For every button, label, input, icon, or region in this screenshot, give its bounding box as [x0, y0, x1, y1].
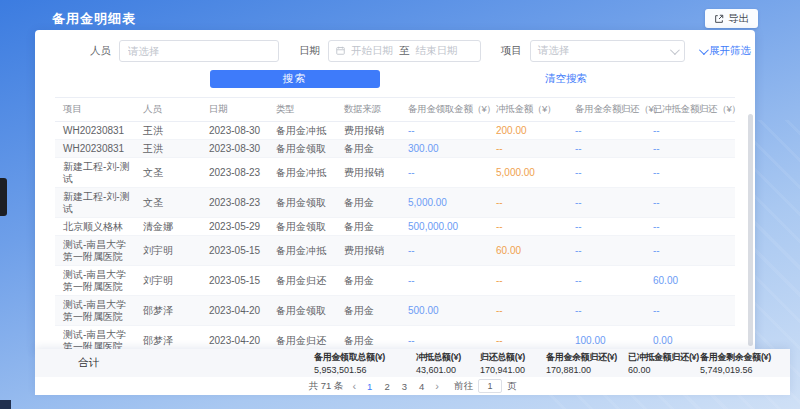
cell-project: 测试-南昌大学第一附属医院: [55, 296, 135, 326]
date-separator: 至: [399, 44, 410, 58]
summary-item-label: 已冲抵金额归还(¥): [628, 351, 700, 364]
cell-project: 测试-南昌大学第一附属医院: [55, 236, 135, 266]
column-header: 项目: [55, 98, 135, 122]
date-filter-label: 日期: [299, 44, 320, 58]
summary-item: 备用金余额归还(¥)170,881.00: [546, 351, 628, 375]
cell-source: 费用报销: [336, 158, 400, 188]
cell-type: 备用金归还: [268, 326, 336, 351]
cell-person: 王洪: [135, 140, 201, 158]
cell-received: --: [400, 326, 488, 351]
cell-person: 邵梦泽: [135, 326, 201, 351]
page-number-4[interactable]: 4: [417, 381, 426, 392]
clear-search-link[interactable]: 清空搜索: [545, 72, 587, 86]
cell-type: 备用金冲抵: [268, 122, 336, 140]
cell-source: 备用金: [336, 326, 400, 351]
cell-offset: 5,000.00: [488, 158, 567, 188]
cell-project: WH20230831: [55, 122, 135, 140]
expand-filters-link[interactable]: 展开筛选: [699, 44, 751, 58]
cell-person: 邵梦泽: [135, 296, 201, 326]
cell-balance-return: 100.00: [567, 326, 645, 351]
side-drawer-handle[interactable]: [0, 178, 7, 216]
cell-date: 2023-04-20: [201, 296, 268, 326]
totals-label: 合计: [78, 356, 314, 370]
cell-type: 备用金归还: [268, 266, 336, 296]
summary-item: 备用金领取总额(¥)5,953,501.56: [314, 351, 416, 375]
table-header-row: 项目人员日期类型数据来源备用金领取金额（¥）冲抵金额（¥）备用金余额归还（¥）已…: [55, 98, 735, 122]
goto-page-input[interactable]: [478, 379, 502, 393]
cell-type: 备用金领取: [268, 140, 336, 158]
summary-item-value: 170,881.00: [546, 365, 628, 375]
project-select[interactable]: 请选择: [530, 40, 685, 62]
page-number-2[interactable]: 2: [382, 381, 391, 392]
goto-page-control: 前往 页: [454, 379, 517, 393]
column-header: 冲抵金额（¥）: [488, 98, 567, 122]
cell-source: 备用金: [336, 266, 400, 296]
cell-type: 备用金冲抵: [268, 236, 336, 266]
cell-source: 备用金: [336, 296, 400, 326]
cell-source: 备用金: [336, 140, 400, 158]
person-select[interactable]: [119, 40, 279, 62]
table-header: 项目人员日期类型数据来源备用金领取金额（¥）冲抵金额（¥）备用金余额归还（¥）已…: [55, 98, 735, 122]
cell-offset: 60.00: [488, 236, 567, 266]
cell-project: 新建工程-刘-测试: [55, 158, 135, 188]
cell-balance-return: --: [567, 188, 645, 218]
cell-balance-return: --: [567, 122, 645, 140]
cell-date: 2023-08-30: [201, 122, 268, 140]
cell-offset-return: --: [645, 188, 735, 218]
summary-item: 备用金剩余金额(¥)5,749,019.56: [700, 351, 780, 375]
table-row: 测试-南昌大学第一附属医院刘宇明2023-05-15备用金冲抵费用报销--60.…: [55, 236, 735, 266]
person-select-input[interactable]: [128, 45, 270, 57]
cell-offset-return: --: [645, 236, 735, 266]
summary-item-value: 5,749,019.56: [700, 365, 780, 375]
cell-type: 备用金领取: [268, 296, 336, 326]
cell-received: 5,000.00: [400, 188, 488, 218]
cell-person: 文圣: [135, 158, 201, 188]
table-row: WH20230831王洪2023-08-30备用金领取备用金300.00----…: [55, 140, 735, 158]
table-row: WH20230831王洪2023-08-30备用金冲抵费用报销--200.00-…: [55, 122, 735, 140]
cell-offset: --: [488, 296, 567, 326]
summary-item-label: 归还总额(¥): [480, 351, 546, 364]
column-header: 数据来源: [336, 98, 400, 122]
cell-received: --: [400, 158, 488, 188]
cell-type: 备用金领取: [268, 188, 336, 218]
cell-project: WH20230831: [55, 140, 135, 158]
cell-project: 测试-南昌大学第一附属医院: [55, 266, 135, 296]
pagination-total: 共 71 条: [309, 380, 344, 393]
expand-chevron-icon: [699, 45, 709, 55]
date-start-placeholder: 开始日期: [351, 44, 393, 58]
summary-item-label: 备用金剩余金额(¥): [700, 351, 780, 364]
table-row: 测试-南昌大学第一附属医院邵梦泽2023-04-20备用金归还备用金----10…: [55, 326, 735, 351]
cell-offset-return: --: [645, 122, 735, 140]
cell-date: 2023-05-15: [201, 236, 268, 266]
cell-date: 2023-08-30: [201, 140, 268, 158]
cell-date: 2023-05-15: [201, 266, 268, 296]
cell-project: 新建工程-刘-测试: [55, 188, 135, 218]
summary-item: 已冲抵金额归还(¥)60.00: [628, 351, 700, 375]
date-end-placeholder: 结束日期: [416, 44, 458, 58]
summary-bar: 合计 备用金领取总额(¥)5,953,501.56冲抵总额(¥)43,601.0…: [35, 349, 790, 395]
cell-source: 费用报销: [336, 236, 400, 266]
cell-balance-return: --: [567, 296, 645, 326]
next-page-button[interactable]: ›: [435, 381, 439, 392]
totals-row: 合计 备用金领取总额(¥)5,953,501.56冲抵总额(¥)43,601.0…: [35, 349, 790, 377]
page-number-1[interactable]: 1: [365, 381, 374, 392]
search-button[interactable]: 搜索: [210, 70, 380, 88]
vertical-scrollbar[interactable]: [748, 114, 753, 346]
calendar-icon: [336, 45, 345, 57]
cell-project: 测试-南昌大学第一附属医院: [55, 326, 135, 351]
summary-item: 冲抵总额(¥)43,601.00: [416, 351, 480, 375]
corner-decoration: [0, 400, 11, 409]
table-row: 测试-南昌大学第一附属医院邵梦泽2023-04-20备用金领取备用金500.00…: [55, 296, 735, 326]
summary-items: 备用金领取总额(¥)5,953,501.56冲抵总额(¥)43,601.00归还…: [314, 351, 780, 375]
column-header: 人员: [135, 98, 201, 122]
prev-page-button[interactable]: ‹: [352, 381, 356, 392]
cell-balance-return: --: [567, 236, 645, 266]
cell-received: --: [400, 266, 488, 296]
cell-offset: --: [488, 140, 567, 158]
page-number-3[interactable]: 3: [400, 381, 409, 392]
cell-person: 王洪: [135, 122, 201, 140]
cell-type: 备用金领取: [268, 218, 336, 236]
cell-balance-return: --: [567, 266, 645, 296]
export-button[interactable]: 导出: [705, 9, 758, 28]
date-range-picker[interactable]: 开始日期 至 结束日期: [328, 40, 481, 62]
